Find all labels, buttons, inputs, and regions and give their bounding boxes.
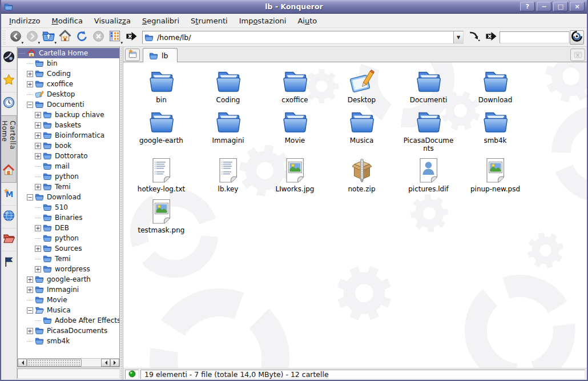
tree-item-bioinformatica[interactable]: +Bioinformatica [18, 130, 119, 141]
close-tab-button[interactable] [570, 49, 585, 61]
tree-expander[interactable]: + [35, 122, 41, 129]
search-engine-button[interactable] [570, 30, 584, 45]
tree-expander[interactable]: + [35, 266, 41, 272]
file-musica[interactable]: Musica [330, 108, 394, 153]
menu-strumenti[interactable]: Strumenti [185, 15, 233, 27]
location-bar[interactable]: /home/lb/ ▼ [142, 31, 464, 44]
tree-expander[interactable]: + [35, 153, 41, 159]
view-mode-button[interactable]: ▾ [107, 29, 123, 45]
tree-item-documenti[interactable]: −Documenti [18, 99, 119, 110]
file-cxoffice[interactable]: cxoffice [263, 67, 327, 104]
tree-item-download[interactable]: −Download [18, 192, 119, 202]
search-input[interactable] [500, 31, 569, 43]
menu-impostazioni[interactable]: Impostazioni [233, 15, 292, 27]
tree-expander[interactable]: + [35, 112, 41, 118]
tree-item-google-earth[interactable]: +google-earth [18, 274, 119, 284]
tree-item-immagini[interactable]: +Immagini [18, 284, 119, 295]
file-download[interactable]: Download [464, 67, 527, 104]
file-testmask.png[interactable]: testmask.png [130, 198, 194, 234]
tree-item-temi[interactable]: +Temi [18, 182, 119, 192]
tree-item-cxoffice[interactable]: +cxoffice [18, 79, 119, 89]
stop-button[interactable] [90, 29, 106, 45]
forward-button[interactable]: ▾ [24, 29, 40, 45]
file-coding[interactable]: Coding [196, 67, 260, 104]
file-smb4k[interactable]: smb4k [464, 108, 527, 153]
menu-modifica[interactable]: Modifica [46, 15, 88, 27]
minimize-button[interactable]: − [537, 2, 551, 11]
tree-item-python[interactable]: python [18, 171, 119, 182]
sidebar-tab-history[interactable] [1, 93, 17, 115]
location-text[interactable]: /home/lb/ [157, 33, 191, 42]
tree-expander[interactable]: + [27, 287, 33, 293]
reload-button[interactable] [74, 29, 90, 45]
tree-expander[interactable]: + [35, 246, 41, 252]
tree-item-baskets[interactable]: +baskets [18, 120, 119, 130]
tree-horizontal-scrollbar[interactable] [17, 358, 120, 367]
sidebar-tab-home-active[interactable]: Cartella Home [1, 115, 17, 183]
titlebar[interactable]: lb - Konqueror ? − □ × [1, 0, 587, 14]
sidebar-tab-konqueror[interactable] [1, 47, 17, 70]
tree-item-wordpress[interactable]: +wordpress [18, 264, 119, 274]
file-pinup-new.psd[interactable]: pinup-new.psd [464, 157, 527, 193]
icon-view[interactable]: binCodingcxofficeDesktopDocumentiDownloa… [123, 62, 587, 368]
back-button[interactable]: ▾ [7, 29, 23, 45]
clear-search-button[interactable] [483, 29, 499, 45]
file-hotkey-log.txt[interactable]: hotkey-log.txt [130, 157, 194, 193]
tree-item-bin[interactable]: bin [18, 58, 119, 69]
file-lb.key[interactable]: lb.key [196, 157, 260, 193]
tree-item-desktop[interactable]: Desktop [18, 89, 119, 99]
file-pictures.ldif[interactable]: pictures.ldif [397, 157, 461, 193]
tree-item-mail[interactable]: mail [18, 161, 119, 171]
file-documenti[interactable]: Documenti [397, 67, 461, 104]
scroll-left-button-2[interactable] [101, 359, 110, 367]
tree-item-deb[interactable]: +DEB [18, 223, 119, 233]
tree-item-adobe-after-effects-7[interactable]: Adobe After Effects 7 [18, 315, 119, 326]
file-movie[interactable]: Movie [263, 108, 327, 153]
tree-expander[interactable]: + [27, 276, 33, 283]
tree-item-510[interactable]: 510 [18, 202, 119, 212]
tree-expander[interactable]: + [27, 71, 33, 77]
new-tab-button[interactable] [125, 49, 140, 61]
menu-segnalibri[interactable]: Segnalibri [136, 15, 185, 27]
sidebar-tab-network[interactable] [1, 206, 17, 228]
tree-item-backup-chiave[interactable]: +backup chiave [18, 110, 119, 120]
go-button[interactable] [466, 29, 482, 45]
clear-location-button[interactable] [123, 29, 139, 45]
tree-item-sources[interactable]: +Sources [18, 243, 119, 254]
file-desktop[interactable]: Desktop [330, 67, 394, 104]
tree-expander[interactable]: + [35, 184, 41, 190]
file-google-earth[interactable]: google-earth [130, 108, 194, 153]
tree-expander[interactable]: − [27, 102, 33, 108]
tree-expander[interactable]: + [35, 225, 41, 231]
tree-expander[interactable]: + [27, 328, 33, 334]
tree-item-picasadocuments[interactable]: +PicasaDocuments [18, 326, 119, 336]
tree-item-book[interactable]: +book [18, 141, 119, 151]
tree-item-cartella-home[interactable]: Cartella Home [18, 48, 119, 58]
maximize-button[interactable]: □ [553, 2, 568, 11]
tree-expander[interactable]: + [27, 81, 33, 87]
sidebar-tab-root-folder[interactable] [1, 228, 17, 251]
sidebar-tab-bookmarks[interactable] [1, 70, 17, 93]
location-dropdown[interactable]: ▼ [453, 31, 463, 43]
scroll-left-button[interactable] [18, 359, 27, 367]
file-bin[interactable]: bin [130, 67, 194, 104]
home-button[interactable] [57, 29, 73, 45]
tree-expander[interactable]: − [27, 194, 33, 200]
tab-lb[interactable]: lb [143, 48, 178, 62]
tree-item-binaries[interactable]: Binaries [18, 212, 119, 223]
menu-aiuto[interactable]: Aiuto [292, 15, 323, 27]
tree-item-movie[interactable]: Movie [18, 295, 119, 305]
file-liworks.jpg[interactable]: LIworks.jpg [263, 157, 327, 193]
scrollbar-thumb[interactable] [27, 359, 82, 367]
sidebar-tab-metabar[interactable]: M [1, 183, 17, 206]
tree-item-temi[interactable]: Temi [18, 254, 119, 264]
tree-item-coding[interactable]: +Coding [18, 69, 119, 79]
tree-expander[interactable]: + [35, 133, 41, 139]
tree-expander[interactable]: + [35, 143, 41, 149]
toolbar-grip[interactable] [2, 30, 5, 45]
up-button[interactable]: ▾ [41, 29, 57, 45]
file-note.zip[interactable]: note.zip [330, 157, 394, 193]
file-picasadocuments[interactable]: PicasaDocuments [397, 108, 461, 153]
tree-expander[interactable]: − [27, 307, 33, 314]
scrollbar-track[interactable] [82, 359, 101, 367]
